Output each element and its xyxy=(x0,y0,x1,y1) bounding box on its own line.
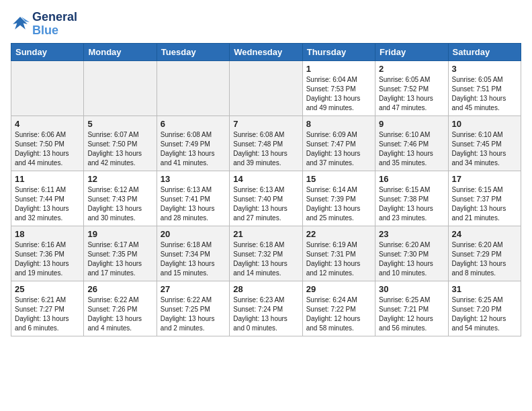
day-number: 26 xyxy=(87,284,152,294)
calendar-cell: 10Sunrise: 6:10 AM Sunset: 7:45 PM Dayli… xyxy=(448,116,521,171)
day-number: 5 xyxy=(87,119,152,129)
weekday-header-monday: Monday xyxy=(84,43,157,60)
calendar-cell: 23Sunrise: 6:20 AM Sunset: 7:30 PM Dayli… xyxy=(375,226,448,281)
calendar-cell xyxy=(157,60,229,116)
calendar-cell: 4Sunrise: 6:06 AM Sunset: 7:50 PM Daylig… xyxy=(11,116,84,171)
day-number: 27 xyxy=(161,284,226,294)
day-number: 17 xyxy=(452,174,517,184)
day-number: 28 xyxy=(233,284,298,294)
calendar-cell: 9Sunrise: 6:10 AM Sunset: 7:46 PM Daylig… xyxy=(375,116,448,171)
cell-daylight-info: Sunrise: 6:05 AM Sunset: 7:51 PM Dayligh… xyxy=(452,75,517,113)
cell-daylight-info: Sunrise: 6:22 AM Sunset: 7:25 PM Dayligh… xyxy=(161,295,226,333)
day-number: 10 xyxy=(452,119,517,129)
calendar-cell: 5Sunrise: 6:07 AM Sunset: 7:50 PM Daylig… xyxy=(84,116,157,171)
cell-daylight-info: Sunrise: 6:08 AM Sunset: 7:49 PM Dayligh… xyxy=(161,130,226,168)
calendar-week-row: 25Sunrise: 6:21 AM Sunset: 7:27 PM Dayli… xyxy=(11,281,521,336)
calendar-week-row: 11Sunrise: 6:11 AM Sunset: 7:44 PM Dayli… xyxy=(11,171,521,226)
cell-daylight-info: Sunrise: 6:13 AM Sunset: 7:41 PM Dayligh… xyxy=(161,185,226,223)
logo-icon xyxy=(11,15,30,34)
cell-daylight-info: Sunrise: 6:23 AM Sunset: 7:24 PM Dayligh… xyxy=(233,295,298,333)
calendar-cell: 12Sunrise: 6:12 AM Sunset: 7:43 PM Dayli… xyxy=(84,171,157,226)
cell-daylight-info: Sunrise: 6:14 AM Sunset: 7:39 PM Dayligh… xyxy=(306,185,371,223)
calendar-cell: 17Sunrise: 6:15 AM Sunset: 7:37 PM Dayli… xyxy=(448,171,521,226)
calendar-cell: 2Sunrise: 6:05 AM Sunset: 7:52 PM Daylig… xyxy=(375,60,448,116)
calendar-cell: 31Sunrise: 6:25 AM Sunset: 7:20 PM Dayli… xyxy=(448,281,521,336)
day-number: 3 xyxy=(452,64,517,74)
calendar-cell: 20Sunrise: 6:18 AM Sunset: 7:34 PM Dayli… xyxy=(157,226,229,281)
day-number: 16 xyxy=(379,174,444,184)
day-number: 13 xyxy=(161,174,226,184)
calendar-cell: 13Sunrise: 6:13 AM Sunset: 7:41 PM Dayli… xyxy=(157,171,229,226)
calendar-cell: 7Sunrise: 6:08 AM Sunset: 7:48 PM Daylig… xyxy=(230,116,302,171)
weekday-header-tuesday: Tuesday xyxy=(157,43,229,60)
calendar-week-row: 18Sunrise: 6:16 AM Sunset: 7:36 PM Dayli… xyxy=(11,226,521,281)
calendar-week-row: 1Sunrise: 6:04 AM Sunset: 7:53 PM Daylig… xyxy=(11,60,521,116)
calendar-table: SundayMondayTuesdayWednesdayThursdayFrid… xyxy=(11,43,521,336)
calendar-cell xyxy=(230,60,302,116)
cell-daylight-info: Sunrise: 6:16 AM Sunset: 7:36 PM Dayligh… xyxy=(15,240,80,278)
calendar-cell: 1Sunrise: 6:04 AM Sunset: 7:53 PM Daylig… xyxy=(302,60,375,116)
weekday-header-sunday: Sunday xyxy=(11,43,84,60)
calendar-cell: 25Sunrise: 6:21 AM Sunset: 7:27 PM Dayli… xyxy=(11,281,84,336)
day-number: 25 xyxy=(15,284,80,294)
calendar-cell: 21Sunrise: 6:18 AM Sunset: 7:32 PM Dayli… xyxy=(230,226,302,281)
cell-daylight-info: Sunrise: 6:08 AM Sunset: 7:48 PM Dayligh… xyxy=(233,130,298,168)
day-number: 24 xyxy=(452,229,517,239)
weekday-header-thursday: Thursday xyxy=(302,43,375,60)
day-number: 30 xyxy=(379,284,444,294)
day-number: 6 xyxy=(161,119,226,129)
calendar-cell: 14Sunrise: 6:13 AM Sunset: 7:40 PM Dayli… xyxy=(230,171,302,226)
cell-daylight-info: Sunrise: 6:06 AM Sunset: 7:50 PM Dayligh… xyxy=(15,130,80,168)
cell-daylight-info: Sunrise: 6:25 AM Sunset: 7:20 PM Dayligh… xyxy=(452,295,517,333)
svg-marker-0 xyxy=(13,17,28,30)
day-number: 2 xyxy=(379,64,444,74)
cell-daylight-info: Sunrise: 6:24 AM Sunset: 7:22 PM Dayligh… xyxy=(306,295,371,333)
calendar-cell: 28Sunrise: 6:23 AM Sunset: 7:24 PM Dayli… xyxy=(230,281,302,336)
calendar-cell: 19Sunrise: 6:17 AM Sunset: 7:35 PM Dayli… xyxy=(84,226,157,281)
cell-daylight-info: Sunrise: 6:20 AM Sunset: 7:29 PM Dayligh… xyxy=(452,240,517,278)
cell-daylight-info: Sunrise: 6:21 AM Sunset: 7:27 PM Dayligh… xyxy=(15,295,80,333)
calendar-cell: 22Sunrise: 6:19 AM Sunset: 7:31 PM Dayli… xyxy=(302,226,375,281)
cell-daylight-info: Sunrise: 6:17 AM Sunset: 7:35 PM Dayligh… xyxy=(87,240,152,278)
day-number: 11 xyxy=(15,174,80,184)
calendar-cell: 6Sunrise: 6:08 AM Sunset: 7:49 PM Daylig… xyxy=(157,116,229,171)
cell-daylight-info: Sunrise: 6:20 AM Sunset: 7:30 PM Dayligh… xyxy=(379,240,444,278)
calendar-cell xyxy=(11,60,84,116)
cell-daylight-info: Sunrise: 6:25 AM Sunset: 7:21 PM Dayligh… xyxy=(379,295,444,333)
calendar-cell: 30Sunrise: 6:25 AM Sunset: 7:21 PM Dayli… xyxy=(375,281,448,336)
calendar-cell: 11Sunrise: 6:11 AM Sunset: 7:44 PM Dayli… xyxy=(11,171,84,226)
calendar-cell: 24Sunrise: 6:20 AM Sunset: 7:29 PM Dayli… xyxy=(448,226,521,281)
calendar-cell: 16Sunrise: 6:15 AM Sunset: 7:38 PM Dayli… xyxy=(375,171,448,226)
cell-daylight-info: Sunrise: 6:22 AM Sunset: 7:26 PM Dayligh… xyxy=(87,295,152,333)
weekday-header-saturday: Saturday xyxy=(448,43,521,60)
cell-daylight-info: Sunrise: 6:12 AM Sunset: 7:43 PM Dayligh… xyxy=(87,185,152,223)
logo: General Blue xyxy=(11,11,77,38)
day-number: 23 xyxy=(379,229,444,239)
calendar-cell: 3Sunrise: 6:05 AM Sunset: 7:51 PM Daylig… xyxy=(448,60,521,116)
page-header: General Blue xyxy=(11,11,521,38)
day-number: 8 xyxy=(306,119,371,129)
day-number: 15 xyxy=(306,174,371,184)
calendar-cell: 15Sunrise: 6:14 AM Sunset: 7:39 PM Dayli… xyxy=(302,171,375,226)
cell-daylight-info: Sunrise: 6:18 AM Sunset: 7:32 PM Dayligh… xyxy=(233,240,298,278)
day-number: 29 xyxy=(306,284,371,294)
day-number: 21 xyxy=(233,229,298,239)
calendar-cell: 26Sunrise: 6:22 AM Sunset: 7:26 PM Dayli… xyxy=(84,281,157,336)
day-number: 18 xyxy=(15,229,80,239)
calendar-cell: 8Sunrise: 6:09 AM Sunset: 7:47 PM Daylig… xyxy=(302,116,375,171)
calendar-cell: 29Sunrise: 6:24 AM Sunset: 7:22 PM Dayli… xyxy=(302,281,375,336)
day-number: 9 xyxy=(379,119,444,129)
logo-text: General Blue xyxy=(32,11,77,38)
cell-daylight-info: Sunrise: 6:13 AM Sunset: 7:40 PM Dayligh… xyxy=(233,185,298,223)
day-number: 31 xyxy=(452,284,517,294)
weekday-header-row: SundayMondayTuesdayWednesdayThursdayFrid… xyxy=(11,43,521,60)
weekday-header-wednesday: Wednesday xyxy=(230,43,302,60)
cell-daylight-info: Sunrise: 6:09 AM Sunset: 7:47 PM Dayligh… xyxy=(306,130,371,168)
calendar-cell: 27Sunrise: 6:22 AM Sunset: 7:25 PM Dayli… xyxy=(157,281,229,336)
cell-daylight-info: Sunrise: 6:15 AM Sunset: 7:38 PM Dayligh… xyxy=(379,185,444,223)
calendar-cell xyxy=(84,60,157,116)
cell-daylight-info: Sunrise: 6:11 AM Sunset: 7:44 PM Dayligh… xyxy=(15,185,80,223)
day-number: 19 xyxy=(87,229,152,239)
cell-daylight-info: Sunrise: 6:10 AM Sunset: 7:45 PM Dayligh… xyxy=(452,130,517,168)
cell-daylight-info: Sunrise: 6:15 AM Sunset: 7:37 PM Dayligh… xyxy=(452,185,517,223)
